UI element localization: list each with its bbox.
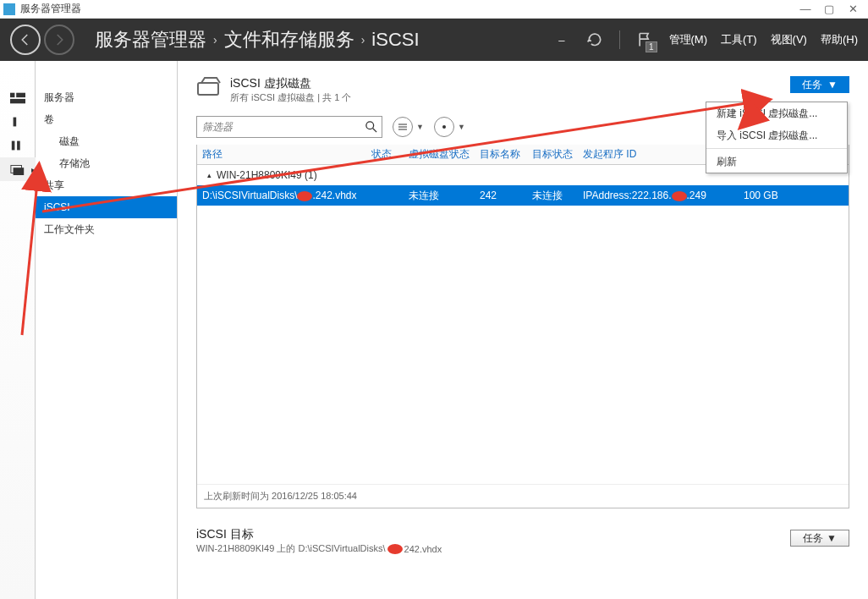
filter-input[interactable]: [197, 121, 361, 133]
redacted-blob: [672, 191, 687, 201]
menu-separator: [706, 148, 847, 149]
tasks-context-menu: 新建 iSCSI 虚拟磁盘... 导入 iSCSI 虚拟磁盘... 刷新: [706, 102, 848, 173]
svg-rect-3: [14, 118, 17, 127]
group-label: WIN-21H8809KI49 (1): [217, 169, 317, 181]
col-vdisk-status[interactable]: 虚拟磁盘状态: [404, 147, 475, 162]
sidebar-item-workfolders[interactable]: 工作文件夹: [36, 218, 177, 240]
section-title: iSCSI 虚拟磁盘: [230, 76, 790, 91]
window-title: 服务器管理器: [20, 2, 794, 16]
col-target-status[interactable]: 目标状态: [527, 147, 578, 162]
chevron-right-icon: ›: [206, 33, 224, 47]
crumb-section[interactable]: 文件和存储服务: [224, 27, 354, 52]
svg-rect-1: [16, 93, 25, 97]
cell-iqn-pre: IPAddress:222.186.: [583, 190, 672, 201]
svg-rect-5: [17, 141, 20, 151]
nav-forward-button[interactable]: [44, 25, 74, 55]
all-servers-icon[interactable]: [0, 134, 36, 157]
local-server-icon[interactable]: [0, 110, 36, 134]
lower-tasks-dropdown[interactable]: 任务 ▼: [790, 530, 849, 547]
table-row[interactable]: D:\iSCSIVirtualDisks\.242.vhdx 未连接 242 未…: [197, 185, 849, 206]
minimize-button[interactable]: —: [794, 1, 817, 18]
svg-rect-2: [10, 99, 25, 103]
lower-sub-pre: WIN-21H8809KI49 上的 D:\iSCSIVirtualDisks\: [196, 542, 386, 555]
titlebar: 服务器管理器 — ▢ ✕: [0, 0, 868, 19]
crumb-root[interactable]: 服务器管理器: [95, 27, 206, 52]
chevron-right-icon: ▸: [31, 165, 36, 174]
close-button[interactable]: ✕: [841, 1, 865, 18]
redacted-blob: [387, 544, 403, 554]
vdisk-table: 路径 状态 虚拟磁盘状态 目标名称 目标状态 发起程序 ID ▴ WIN-21H…: [196, 145, 849, 508]
redacted-blob: [297, 191, 312, 201]
lower-section: iSCSI 目标 WIN-21H8809KI49 上的 D:\iSCSIVirt…: [196, 527, 849, 555]
cell-path-pre: D:\iSCSIVirtualDisks\: [202, 190, 297, 201]
view-options-button[interactable]: [434, 117, 454, 137]
nav-back-button[interactable]: [10, 25, 41, 55]
cell-size: 100 GB: [739, 190, 798, 201]
cell-tstat: 未连接: [527, 189, 578, 203]
col-status[interactable]: 状态: [366, 147, 404, 162]
col-target-name[interactable]: 目标名称: [475, 147, 527, 162]
notification-count: 1: [646, 41, 657, 52]
search-icon[interactable]: [361, 121, 382, 133]
sidebar-item-iscsi[interactable]: iSCSI: [36, 196, 177, 218]
crumb-page[interactable]: iSCSI: [371, 29, 419, 51]
svg-rect-4: [12, 141, 15, 151]
tasks-label: 任务: [802, 78, 822, 92]
sidebar-item-servers[interactable]: 服务器: [36, 86, 177, 108]
chevron-down-icon: ▼: [827, 532, 837, 544]
dropdown-dash[interactable]: –: [558, 34, 569, 47]
menu-import-vdisk[interactable]: 导入 iSCSI 虚拟磁盘...: [706, 124, 847, 146]
maximize-button[interactable]: ▢: [817, 1, 841, 18]
menu-tools[interactable]: 工具(T): [721, 32, 757, 47]
lower-sub-post: 242.vhdx: [404, 544, 442, 554]
notifications-button[interactable]: 1: [634, 29, 656, 51]
refresh-button[interactable]: [584, 29, 606, 51]
file-storage-icon[interactable]: ▸: [0, 157, 36, 181]
cell-iqn-post: .249: [687, 190, 706, 201]
section-header: iSCSI 虚拟磁盘 所有 iSCSI 虚拟磁盘 | 共 1 个 任务 ▼: [196, 76, 849, 104]
filter-options-button[interactable]: [393, 117, 413, 137]
dashboard-icon[interactable]: [0, 86, 36, 110]
chevron-down-icon[interactable]: ▼: [416, 123, 424, 131]
col-path[interactable]: 路径: [197, 147, 366, 162]
icon-column: ▸: [0, 61, 36, 599]
sidebar-item-disks[interactable]: 磁盘: [36, 130, 177, 152]
svg-rect-8: [198, 83, 218, 95]
chevron-down-icon[interactable]: ▼: [458, 123, 465, 131]
menu-manage[interactable]: 管理(M): [669, 32, 708, 47]
lower-title: iSCSI 目标: [196, 527, 849, 542]
sidebar-item-volumes[interactable]: 卷: [36, 108, 177, 130]
table-footer: 上次刷新时间为 2016/12/25 18:05:44: [197, 484, 849, 508]
filter-box[interactable]: [196, 116, 382, 138]
lower-subtitle: WIN-21H8809KI49 上的 D:\iSCSIVirtualDisks\…: [196, 542, 849, 555]
chevron-right-icon: ›: [354, 33, 372, 47]
cell-tname: 242: [475, 190, 527, 201]
svg-rect-0: [10, 93, 14, 97]
chevron-down-icon: ▼: [827, 79, 838, 91]
svg-line-10: [373, 129, 376, 132]
lower-tasks-label: 任务: [803, 531, 823, 546]
menu-help[interactable]: 帮助(H): [821, 32, 858, 47]
sidebar-item-storagepools[interactable]: 存储池: [36, 152, 177, 174]
app-icon: [3, 3, 15, 15]
menu-view[interactable]: 视图(V): [771, 32, 807, 47]
sidebar-item-shares[interactable]: 共享: [36, 174, 177, 196]
tasks-dropdown[interactable]: 任务 ▼: [790, 76, 849, 93]
nav-column: 服务器 卷 磁盘 存储池 共享 iSCSI 工作文件夹: [36, 61, 178, 599]
svg-rect-7: [14, 168, 25, 175]
separator: [619, 30, 620, 49]
svg-point-9: [366, 122, 374, 129]
menu-refresh[interactable]: 刷新: [706, 151, 847, 173]
disk-icon: [196, 76, 223, 98]
expand-icon[interactable]: ▴: [207, 171, 212, 179]
svg-point-14: [442, 125, 446, 129]
header-bar: 服务器管理器 › 文件和存储服务 › iSCSI – 1 管理(M) 工具(T)…: [0, 19, 868, 61]
breadcrumb[interactable]: 服务器管理器 › 文件和存储服务 › iSCSI: [78, 27, 558, 52]
cell-vdisk: 未连接: [404, 189, 475, 203]
cell-path-post: .242.vhdx: [312, 190, 356, 201]
menu-new-vdisk[interactable]: 新建 iSCSI 虚拟磁盘...: [706, 102, 847, 124]
